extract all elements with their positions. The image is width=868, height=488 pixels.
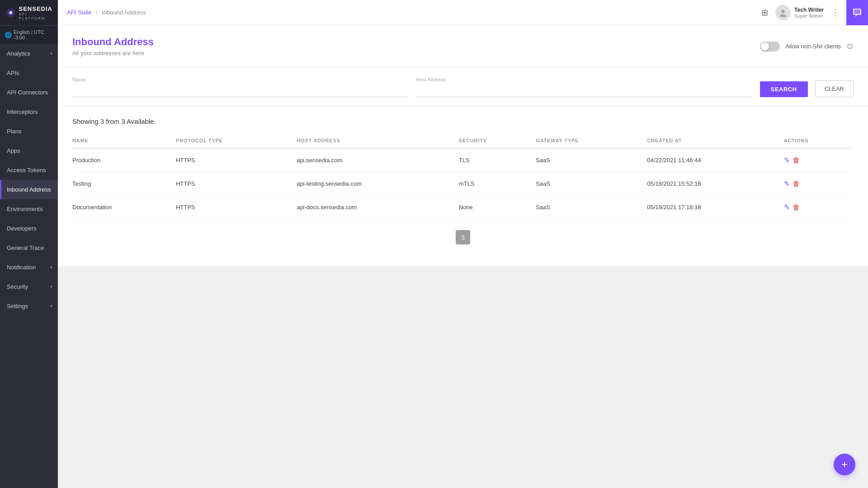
sidebar-item-label-notification: Notification xyxy=(7,264,36,271)
page-title: Inbound Address xyxy=(72,36,154,48)
cell-security: TLS xyxy=(459,148,536,172)
table-row: TestingHTTPSapi-testing.sensedia.commTLS… xyxy=(72,172,854,196)
sidebar-item-analytics[interactable]: Analytics▾ xyxy=(0,44,58,63)
edit-button-row-2[interactable]: ✎ xyxy=(784,203,790,211)
cell-security: mTLS xyxy=(459,172,536,196)
svg-point-2 xyxy=(9,11,12,14)
sidebar-item-inbound-address[interactable]: Inbound Address xyxy=(0,180,58,199)
search-section: Name Host Address SEARCH CLEAR xyxy=(58,68,868,107)
cell-actions: ✎🗑 xyxy=(784,196,854,219)
sidebar: sensedia API PLATFORM 🌐 English | UTC -3… xyxy=(0,0,58,488)
toggle-label: Allow non-SNI clients xyxy=(785,43,841,50)
table-header-row: NAMEPROTOCOL TYPEHOST ADDRESSSECURITYGAT… xyxy=(72,134,854,148)
main-area: API Suite / Inbound Address ⊞ Tech Write… xyxy=(58,0,868,488)
add-fab-button[interactable]: + xyxy=(834,454,855,475)
sensedia-logo-icon xyxy=(5,5,16,20)
col-header-gateway-type: GATEWAY TYPE xyxy=(536,134,647,148)
col-header-actions: ACTIONS xyxy=(784,134,854,148)
delete-button-row-2[interactable]: 🗑 xyxy=(793,203,800,211)
sidebar-item-label-apis: APIs xyxy=(7,70,19,76)
cell-created-at: 05/18/2021 15:52:18 xyxy=(647,172,783,196)
more-options-icon[interactable]: ⋮ xyxy=(831,8,839,18)
sidebar-item-label-api-connectors: API Connectors xyxy=(7,89,48,96)
cell-protocol-type: HTTPS xyxy=(176,148,297,172)
apps-grid-icon[interactable]: ⊞ xyxy=(761,8,768,18)
allow-non-sni-toggle[interactable] xyxy=(760,42,780,52)
delete-button-row-1[interactable]: 🗑 xyxy=(793,180,800,188)
host-field-label: Host Address xyxy=(416,77,752,82)
sidebar-item-access-tokens[interactable]: Access Tokens xyxy=(0,160,58,180)
showing-label: Showing 3 from 3 Available xyxy=(72,117,854,125)
sidebar-item-label-analytics: Analytics xyxy=(7,50,30,57)
page-subtitle: All your addresses are here xyxy=(72,50,154,56)
chevron-down-icon: ▾ xyxy=(50,51,52,56)
cell-gateway-type: SaaS xyxy=(536,172,647,196)
sidebar-item-api-connectors[interactable]: API Connectors xyxy=(0,83,58,102)
breadcrumb-parent[interactable]: API Suite xyxy=(67,9,91,16)
topbar: API Suite / Inbound Address ⊞ Tech Write… xyxy=(58,0,868,25)
sidebar-item-developers[interactable]: Developers xyxy=(0,219,58,238)
sidebar-item-apis[interactable]: APIs xyxy=(0,63,58,83)
logo-subtitle: API PLATFORM xyxy=(19,12,52,20)
col-header-host-address: HOST ADDRESS xyxy=(297,134,459,148)
page-header: Inbound Address All your addresses are h… xyxy=(58,25,868,68)
sidebar-item-label-security: Security xyxy=(7,283,28,290)
cell-name: Testing xyxy=(72,172,176,196)
table-row: DocumentationHTTPSapi-docs.sensedia.comN… xyxy=(72,196,854,219)
sidebar-item-interceptors[interactable]: Interceptors xyxy=(0,102,58,122)
sidebar-item-label-environments: Environments xyxy=(7,206,42,212)
logo-area: sensedia API PLATFORM xyxy=(0,0,58,25)
chat-icon[interactable] xyxy=(846,0,868,25)
cell-gateway-type: SaaS xyxy=(536,148,647,172)
table-row: ProductionHTTPSapi.sensedia.comTLSSaaS04… xyxy=(72,148,854,172)
locale-bar[interactable]: 🌐 English | UTC -3:00 xyxy=(0,25,58,44)
user-role: Super Admin xyxy=(794,13,824,19)
cell-gateway-type: SaaS xyxy=(536,196,647,219)
sidebar-item-settings[interactable]: Settings▾ xyxy=(0,296,58,316)
cell-host-address: api.sensedia.com xyxy=(297,148,459,172)
cell-name: Production xyxy=(72,148,176,172)
delete-button-row-0[interactable]: 🗑 xyxy=(793,156,800,164)
host-search-input[interactable] xyxy=(416,84,752,97)
table-header: NAMEPROTOCOL TYPEHOST ADDRESSSECURITYGAT… xyxy=(72,134,854,148)
clear-button[interactable]: CLEAR xyxy=(815,80,854,97)
name-search-input[interactable] xyxy=(72,84,409,97)
host-search-field: Host Address xyxy=(416,77,752,97)
pagination: 3 xyxy=(72,219,854,255)
sidebar-item-general-trace[interactable]: General Trace xyxy=(0,238,58,258)
edit-button-row-0[interactable]: ✎ xyxy=(784,156,790,164)
sidebar-item-security[interactable]: Security▾ xyxy=(0,277,58,296)
svg-point-3 xyxy=(781,9,785,13)
col-header-security: SECURITY xyxy=(459,134,536,148)
user-avatar xyxy=(775,5,791,20)
user-name: Tech Writer xyxy=(794,7,824,13)
logo-name: sensedia xyxy=(19,5,52,12)
sidebar-item-notification[interactable]: Notification▾ xyxy=(0,258,58,277)
sidebar-item-label-developers: Developers xyxy=(7,225,37,232)
page-header-right: Allow non-SNI clients ⚙ xyxy=(760,42,854,52)
cell-created-at: 04/22/2021 11:46:44 xyxy=(647,148,783,172)
breadcrumb: API Suite / Inbound Address xyxy=(67,9,761,16)
page-3-button[interactable]: 3 xyxy=(456,230,470,244)
edit-button-row-1[interactable]: ✎ xyxy=(784,179,790,188)
col-header-protocol-type: PROTOCOL TYPE xyxy=(176,134,297,148)
content: Inbound Address All your addresses are h… xyxy=(58,25,868,488)
cell-security: None xyxy=(459,196,536,219)
cell-host-address: api-docs.sensedia.com xyxy=(297,196,459,219)
cell-host-address: api-testing.sensedia.com xyxy=(297,172,459,196)
user-area: Tech Writer Super Admin xyxy=(775,5,824,20)
breadcrumb-separator: / xyxy=(96,9,98,16)
sidebar-item-label-apps: Apps xyxy=(7,147,20,154)
sidebar-item-label-access-tokens: Access Tokens xyxy=(7,167,46,174)
cell-created-at: 05/19/2021 17:18:18 xyxy=(647,196,783,219)
search-button[interactable]: SEARCH xyxy=(760,81,808,97)
breadcrumb-current: Inbound Address xyxy=(102,9,146,16)
sidebar-item-environments[interactable]: Environments xyxy=(0,199,58,219)
topbar-right: ⊞ Tech Writer Super Admin ⋮ xyxy=(761,0,859,25)
chevron-down-icon: ▾ xyxy=(50,304,52,309)
sidebar-item-plans[interactable]: Plans xyxy=(0,122,58,141)
chevron-down-icon: ▾ xyxy=(50,284,52,289)
name-search-field: Name xyxy=(72,77,409,97)
sidebar-item-apps[interactable]: Apps xyxy=(0,141,58,160)
settings-icon[interactable]: ⚙ xyxy=(846,42,854,52)
